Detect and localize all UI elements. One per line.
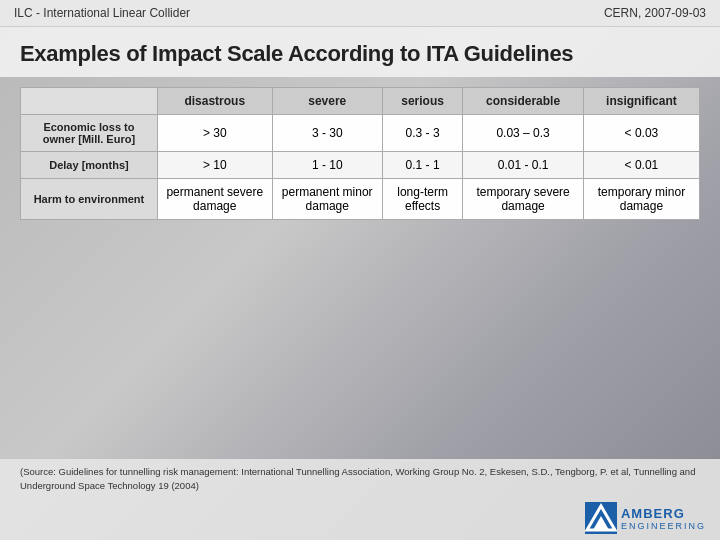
cell-2-insignificant: temporary minor damage bbox=[583, 179, 699, 220]
cell-1-label: Delay [months] bbox=[21, 152, 158, 179]
logo-bar: AMBERG ENGINEERING bbox=[0, 498, 720, 540]
cell-2-severe: permanent minor damage bbox=[272, 179, 382, 220]
col-header-serious: serious bbox=[382, 88, 462, 115]
col-header-insignificant: insignificant bbox=[583, 88, 699, 115]
cell-2-label: Harm to environment bbox=[21, 179, 158, 220]
header-right-text: CERN, 2007-09-03 bbox=[604, 6, 706, 20]
logo-container: AMBERG ENGINEERING bbox=[585, 502, 706, 534]
col-header-severe: severe bbox=[272, 88, 382, 115]
table-row: Harm to environmentpermanent severe dama… bbox=[21, 179, 700, 220]
cell-0-insignificant: < 0.03 bbox=[583, 115, 699, 152]
main-container: ILC - International Linear Collider CERN… bbox=[0, 0, 720, 540]
cell-1-disastrous: > 10 bbox=[157, 152, 272, 179]
cell-2-considerable: temporary severe damage bbox=[463, 179, 584, 220]
header-bar: ILC - International Linear Collider CERN… bbox=[0, 0, 720, 27]
cell-1-severe: 1 - 10 bbox=[272, 152, 382, 179]
footer-note: (Source: Guidelines for tunnelling risk … bbox=[0, 459, 720, 498]
cell-1-considerable: 0.01 - 0.1 bbox=[463, 152, 584, 179]
logo-text-block: AMBERG ENGINEERING bbox=[621, 506, 706, 531]
cell-0-considerable: 0.03 – 0.3 bbox=[463, 115, 584, 152]
cell-1-serious: 0.1 - 1 bbox=[382, 152, 462, 179]
header-left-text: ILC - International Linear Collider bbox=[14, 6, 190, 20]
logo-name-text: AMBERG bbox=[621, 506, 685, 521]
col-header-considerable: considerable bbox=[463, 88, 584, 115]
cell-1-insignificant: < 0.01 bbox=[583, 152, 699, 179]
table-section: disastrous severe serious considerable i… bbox=[0, 77, 720, 459]
cell-0-serious: 0.3 - 3 bbox=[382, 115, 462, 152]
table-header-row: disastrous severe serious considerable i… bbox=[21, 88, 700, 115]
logo-sub-text: ENGINEERING bbox=[621, 521, 706, 531]
cell-2-disastrous: permanent severe damage bbox=[157, 179, 272, 220]
cell-0-disastrous: > 30 bbox=[157, 115, 272, 152]
page-title: Examples of Impact Scale According to IT… bbox=[20, 41, 700, 67]
col-header-disastrous: disastrous bbox=[157, 88, 272, 115]
cell-0-severe: 3 - 30 bbox=[272, 115, 382, 152]
table-row: Economic loss to owner [Mill. Euro]> 303… bbox=[21, 115, 700, 152]
impact-table: disastrous severe serious considerable i… bbox=[20, 87, 700, 220]
cell-2-serious: long-term effects bbox=[382, 179, 462, 220]
amberg-logo-icon bbox=[585, 502, 617, 534]
footer-note-text: (Source: Guidelines for tunnelling risk … bbox=[20, 466, 695, 490]
cell-0-label: Economic loss to owner [Mill. Euro] bbox=[21, 115, 158, 152]
table-row: Delay [months]> 101 - 100.1 - 10.01 - 0.… bbox=[21, 152, 700, 179]
title-section: Examples of Impact Scale According to IT… bbox=[0, 27, 720, 77]
col-header-empty bbox=[21, 88, 158, 115]
